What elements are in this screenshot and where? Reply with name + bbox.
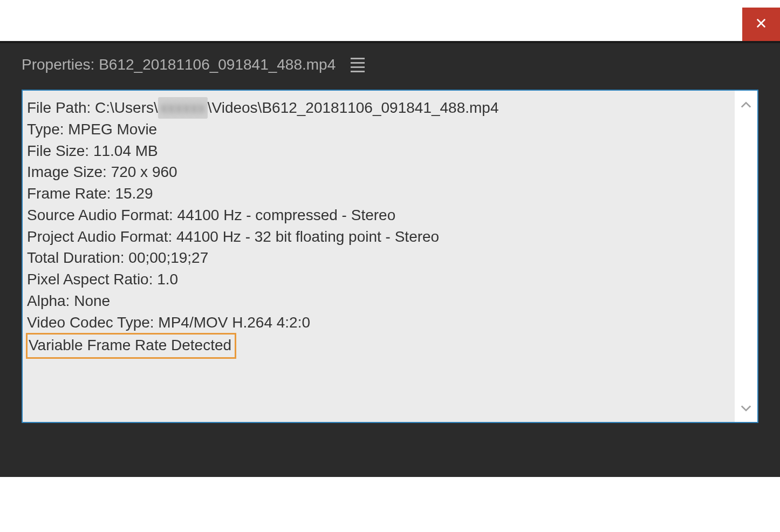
prop-pixel-aspect: Pixel Aspect Ratio: 1.0 bbox=[27, 269, 730, 290]
properties-content: File Path: C:\Users\xxxxxx\Videos\B612_2… bbox=[23, 91, 735, 422]
prop-type: Type: MPEG Movie bbox=[27, 119, 730, 140]
close-button[interactable] bbox=[742, 8, 780, 41]
prop-alpha: Alpha: None bbox=[27, 290, 730, 312]
hamburger-icon bbox=[351, 58, 365, 59]
panel-title-filename: B612_20181106_091841_488.mp4 bbox=[99, 56, 336, 73]
scroll-up-button[interactable] bbox=[740, 96, 752, 113]
prop-image-size: Image Size: 720 x 960 bbox=[27, 161, 730, 183]
file-path-user-redacted: xxxxxx bbox=[158, 97, 208, 119]
prop-file-size: File Size: 11.04 MB bbox=[27, 140, 730, 162]
prop-video-codec: Video Codec Type: MP4/MOV H.264 4:2:0 bbox=[27, 312, 730, 333]
file-path-prefix: File Path: C:\Users\ bbox=[27, 99, 158, 116]
vfr-highlight: Variable Frame Rate Detected bbox=[26, 333, 236, 359]
panel-header: Properties: B612_20181106_091841_488.mp4 bbox=[0, 43, 780, 90]
scrollbar[interactable] bbox=[735, 91, 757, 422]
prop-project-audio: Project Audio Format: 44100 Hz - 32 bit … bbox=[27, 226, 730, 248]
prop-file-path: File Path: C:\Users\xxxxxx\Videos\B612_2… bbox=[27, 97, 730, 119]
scroll-down-button[interactable] bbox=[740, 400, 752, 417]
prop-vfr-warning-row: Variable Frame Rate Detected bbox=[27, 333, 730, 359]
file-path-suffix: \Videos\B612_20181106_091841_488.mp4 bbox=[208, 99, 499, 116]
panel-title-prefix: Properties: bbox=[22, 56, 99, 73]
properties-box: File Path: C:\Users\xxxxxx\Videos\B612_2… bbox=[22, 90, 758, 423]
hamburger-line bbox=[351, 66, 365, 68]
top-bar bbox=[0, 0, 780, 41]
hamburger-line bbox=[351, 71, 365, 72]
close-icon bbox=[755, 17, 767, 31]
panel-menu-button[interactable] bbox=[351, 58, 365, 72]
prop-frame-rate: Frame Rate: 15.29 bbox=[27, 183, 730, 204]
hamburger-line bbox=[351, 62, 365, 64]
panel-bottom-space bbox=[0, 423, 780, 477]
panel-title: Properties: B612_20181106_091841_488.mp4 bbox=[22, 56, 336, 73]
chevron-up-icon bbox=[740, 96, 752, 112]
chevron-down-icon bbox=[740, 400, 752, 416]
properties-panel: Properties: B612_20181106_091841_488.mp4… bbox=[0, 43, 780, 477]
prop-source-audio: Source Audio Format: 44100 Hz - compress… bbox=[27, 204, 730, 226]
prop-total-duration: Total Duration: 00;00;19;27 bbox=[27, 247, 730, 269]
